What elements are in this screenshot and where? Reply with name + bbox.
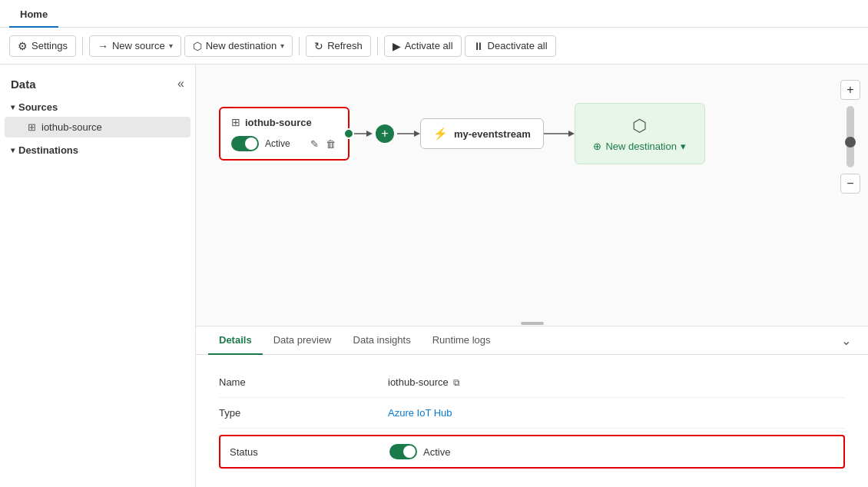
flow-container: ⊞ iothub-source Active ✎ 🗑 (219, 103, 705, 164)
settings-icon: ⚙ (18, 40, 28, 52)
sidebar-item-iothub-source[interactable]: ⊞ iothub-source (5, 117, 190, 137)
eventstream-node[interactable]: ⚡ my-eventstream (420, 118, 544, 149)
source-node-title-row: ⊞ iothub-source (231, 116, 337, 128)
zoom-slider[interactable] (846, 106, 854, 167)
svg-marker-5 (568, 131, 575, 137)
details-content: Name iothub-source ⧉ Type Azure IoT Hub … (196, 355, 868, 487)
status-value: Active (389, 444, 450, 459)
svg-marker-1 (366, 131, 373, 137)
tab-data-insights[interactable]: Data insights (343, 326, 422, 355)
status-label: Status (230, 446, 389, 458)
eventstream-title: my-eventstream (454, 128, 531, 140)
new-source-chevron: ▾ (169, 41, 173, 50)
tab-runtime-logs[interactable]: Runtime logs (422, 326, 502, 355)
add-node-button[interactable]: + (376, 124, 394, 143)
bottom-panel: Details Data preview Data insights Runti… (196, 326, 868, 487)
svg-marker-3 (414, 131, 420, 137)
destinations-chevron: ▾ (11, 146, 15, 154)
divider-3 (377, 37, 378, 55)
source-edit-button[interactable]: ✎ (309, 137, 320, 151)
divider-1 (82, 37, 83, 55)
canvas[interactable]: ⊞ iothub-source Active ✎ 🗑 (196, 65, 868, 326)
status-toggle[interactable] (389, 444, 417, 459)
connector-2 (544, 126, 575, 141)
sidebar-sources-header[interactable]: ▾ Sources (0, 95, 195, 116)
new-source-button[interactable]: → New source ▾ (89, 35, 181, 57)
source-connector (343, 128, 354, 139)
tab-home[interactable]: Home (9, 2, 58, 28)
new-destination-icon: ⬡ (193, 40, 202, 52)
source-toggle-label: Active (265, 138, 290, 149)
destination-icon: ⬡ (632, 116, 647, 136)
source-delete-button[interactable]: 🗑 (324, 137, 337, 151)
new-destination-button[interactable]: ⬡ New destination ▾ (184, 35, 293, 57)
name-label: Name (219, 376, 388, 388)
source-node-toggle-row: Active ✎ 🗑 (231, 136, 337, 151)
refresh-button[interactable]: ↻ Refresh (306, 35, 371, 57)
status-row-wrapper: Status Active (219, 429, 845, 475)
activate-all-icon: ▶ (393, 40, 401, 52)
settings-button[interactable]: ⚙ Settings (9, 35, 76, 57)
type-label: Type (219, 407, 388, 419)
bottom-expand-button[interactable]: ⌄ (837, 329, 856, 353)
drag-dots (521, 322, 544, 325)
zoom-handle (845, 137, 856, 147)
toolbar: ⚙ Settings → New source ▾ ⬡ New destinat… (0, 28, 868, 65)
main-layout: Data « ▾ Sources ⊞ iothub-source ▾ Desti… (0, 65, 868, 487)
tab-bar: Home (0, 0, 868, 28)
copy-icon[interactable]: ⧉ (453, 377, 460, 388)
activate-all-button[interactable]: ▶ Activate all (384, 35, 462, 57)
iothub-source-icon: ⊞ (28, 121, 36, 133)
connector-1: + (350, 124, 420, 143)
destination-placeholder[interactable]: ⬡ ⊕ New destination ▾ (575, 103, 705, 164)
new-source-icon: → (98, 40, 108, 52)
arrow-svg-3 (544, 126, 575, 141)
source-node-title: iothub-source (245, 117, 312, 128)
name-value: iothub-source ⧉ (388, 376, 460, 388)
details-name-row: Name iothub-source ⧉ (219, 367, 845, 398)
sources-chevron: ▾ (11, 103, 15, 111)
zoom-controls: + − (840, 80, 860, 194)
status-row: Status Active (219, 435, 845, 469)
drag-handle[interactable] (196, 321, 868, 326)
divider-2 (299, 37, 300, 55)
bottom-tabs: Details Data preview Data insights Runti… (196, 326, 868, 355)
zoom-in-button[interactable]: + (840, 80, 860, 100)
source-node-actions: ✎ 🗑 (309, 137, 337, 151)
tab-details[interactable]: Details (208, 326, 263, 355)
sidebar-destinations-header[interactable]: ▾ Destinations (0, 138, 195, 159)
sidebar-header: Data « (0, 72, 195, 95)
deactivate-all-button[interactable]: ⏸ Deactivate all (465, 35, 556, 57)
type-value[interactable]: Azure IoT Hub (388, 407, 452, 419)
zoom-out-button[interactable]: − (840, 174, 860, 194)
new-destination-chevron: ▾ (280, 41, 284, 50)
eventstream-icon: ⚡ (433, 127, 448, 141)
source-toggle[interactable] (231, 136, 259, 151)
status-text: Active (423, 446, 450, 458)
sidebar-collapse-button[interactable]: « (177, 77, 184, 91)
source-node-icon: ⊞ (231, 116, 240, 128)
sidebar: Data « ▾ Sources ⊞ iothub-source ▾ Desti… (0, 65, 196, 487)
arrow-svg-2 (397, 126, 420, 141)
details-type-row: Type Azure IoT Hub (219, 398, 845, 429)
source-node[interactable]: ⊞ iothub-source Active ✎ 🗑 (219, 107, 350, 161)
sidebar-title: Data (11, 78, 36, 91)
deactivate-all-icon: ⏸ (473, 40, 484, 52)
refresh-icon: ↻ (314, 40, 323, 52)
new-destination-plus: ⊕ (593, 141, 601, 152)
tab-data-preview[interactable]: Data preview (263, 326, 343, 355)
canvas-area: ⊞ iothub-source Active ✎ 🗑 (196, 65, 868, 487)
new-destination-chevron: ▾ (681, 141, 686, 152)
new-destination-node-button[interactable]: ⊕ New destination ▾ (593, 141, 686, 152)
